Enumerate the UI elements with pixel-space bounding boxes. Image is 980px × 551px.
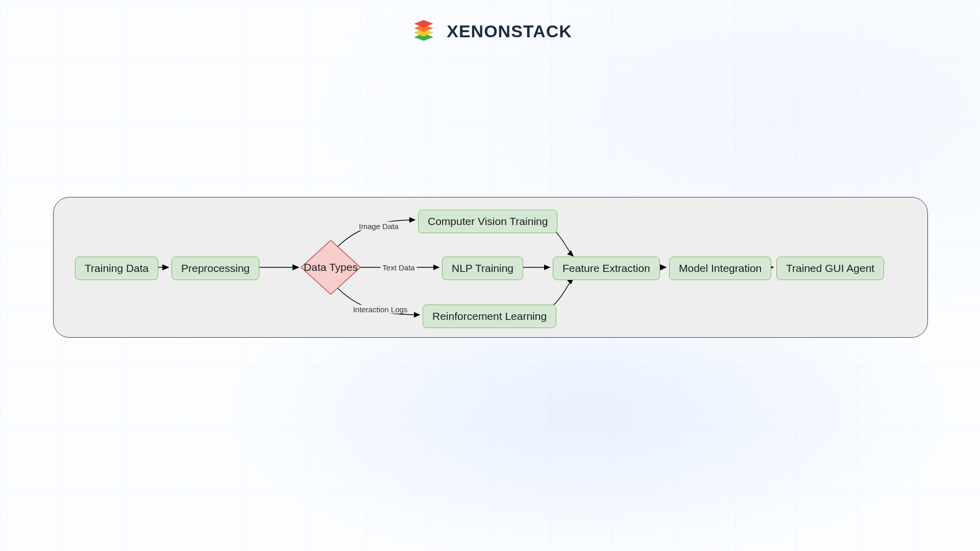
- node-preprocessing: Preprocessing: [172, 257, 259, 280]
- node-data-types-label: Data Types: [304, 261, 358, 273]
- brand-header: XENONSTACK: [0, 14, 980, 48]
- edge-label-text-data: Text Data: [380, 263, 416, 272]
- node-trained-gui-agent: Trained GUI Agent: [776, 257, 884, 280]
- node-rl: Reinforcement Learning: [423, 305, 556, 328]
- brand-name: XENONSTACK: [447, 21, 572, 41]
- node-cv-training: Computer Vision Training: [418, 210, 557, 233]
- edge-label-image-data: Image Data: [357, 222, 401, 231]
- node-nlp-training: NLP Training: [442, 257, 523, 280]
- node-training-data: Training Data: [75, 257, 158, 280]
- diagram-panel: Training Data Preprocessing Data Types C…: [53, 197, 928, 338]
- svg-marker-3: [414, 20, 433, 28]
- brand-logo-icon: [408, 14, 439, 48]
- edge-label-interaction-logs: Interaction Logs: [351, 305, 410, 314]
- node-model-integration: Model Integration: [669, 257, 771, 280]
- node-feature-extraction: Feature Extraction: [553, 257, 660, 280]
